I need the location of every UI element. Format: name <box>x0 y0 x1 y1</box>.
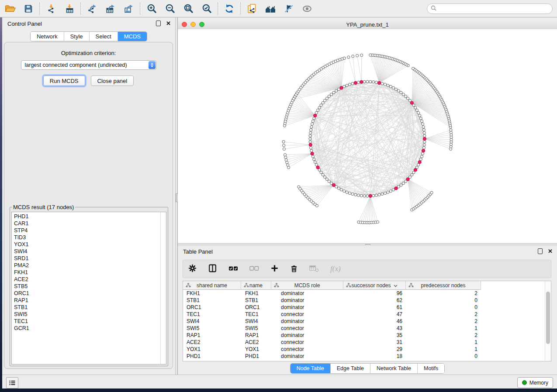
scrollbar-thumb[interactable] <box>546 292 550 344</box>
save-button[interactable] <box>23 3 34 14</box>
table-row[interactable]: FKH1FKH1dominator962 <box>183 290 551 297</box>
table-row[interactable]: ACE2ACE2connector311 <box>183 339 551 346</box>
table-panel-header: Table Panel ✕ <box>178 245 557 258</box>
window-minimize-icon[interactable] <box>190 22 196 27</box>
mcds-result-item[interactable]: PHD1 <box>12 213 161 220</box>
run-mcds-button[interactable]: Run MCDS <box>43 76 85 86</box>
mcds-result-item[interactable]: ACE2 <box>12 276 161 283</box>
select-all-button[interactable] <box>228 265 238 273</box>
column-header-successor-nodes[interactable]: successor nodes <box>343 281 406 290</box>
toolbar-separator <box>240 3 241 15</box>
column-header-predecessor-nodes[interactable]: predecessor nodes <box>406 281 481 290</box>
search-input[interactable] <box>439 5 549 12</box>
search-icon <box>431 5 436 13</box>
import-table-button[interactable] <box>64 3 75 14</box>
mcds-result-item[interactable]: FKH1 <box>12 269 161 276</box>
mcds-result-item[interactable]: STB5 <box>12 283 161 290</box>
tab-motifs[interactable]: Motifs <box>418 364 444 373</box>
tab-select[interactable]: Select <box>90 32 118 41</box>
mcds-result-item[interactable]: TID3 <box>12 234 161 241</box>
table-cell: 96 <box>343 290 406 296</box>
show-columns-button[interactable] <box>208 264 217 274</box>
home-button[interactable] <box>265 3 276 14</box>
import-network-button[interactable] <box>45 3 57 14</box>
export-image-button[interactable] <box>123 3 135 14</box>
table-row[interactable]: RAP1RAP1dominator352 <box>183 332 551 339</box>
show-graphics-button[interactable] <box>301 3 313 14</box>
search-box[interactable] <box>427 3 553 14</box>
delete-row-button[interactable] <box>290 264 298 274</box>
export-table-button[interactable] <box>105 3 116 14</box>
mcds-result-item[interactable]: TEC1 <box>12 318 161 325</box>
home-icon <box>265 4 276 14</box>
table-header-row: shared namenameMCDS rolesuccessor nodesp… <box>183 281 551 290</box>
hide-annotations-button[interactable] <box>283 3 294 14</box>
table-body: FKH1FKH1dominator962STB1STB1dominator620… <box>183 290 551 360</box>
zoom-selected-button[interactable] <box>201 3 212 14</box>
table-cell: 2 <box>406 332 481 338</box>
mcds-result-item[interactable]: GCR1 <box>12 325 161 332</box>
import-network-icon <box>46 4 56 14</box>
settings-icon <box>188 264 197 274</box>
table-cell: TEC1 <box>183 311 241 317</box>
mcds-result-item[interactable]: SWI4 <box>12 248 161 255</box>
table-row[interactable]: SWI5SWI5connector431 <box>183 325 551 332</box>
control-panel: Control Panel ✕ NetworkStyleSelectMCDS O… <box>2 17 175 375</box>
column-header-MCDS-role[interactable]: MCDS role <box>271 281 343 290</box>
mcds-result-item[interactable]: STP4 <box>12 227 161 234</box>
tab-mcds[interactable]: MCDS <box>118 32 147 41</box>
window-close-icon[interactable] <box>182 22 187 27</box>
open-folder-button[interactable] <box>4 3 16 14</box>
close-panel-button[interactable]: Close panel <box>91 76 134 86</box>
mcds-result-item[interactable]: PMA2 <box>12 262 161 269</box>
mcds-result-item[interactable]: SWI5 <box>12 311 161 318</box>
window-maximize-icon[interactable] <box>199 22 204 27</box>
close-panel-icon[interactable]: ✕ <box>548 249 553 254</box>
tab-node-table[interactable]: Node Table <box>291 364 331 373</box>
table-cell: ACE2 <box>241 339 271 345</box>
tab-edge-table[interactable]: Edge Table <box>331 364 370 373</box>
zoom-fit-button[interactable] <box>183 3 194 14</box>
table-row[interactable]: SWI4SWI4dominator462 <box>183 318 551 325</box>
unselect-all-button[interactable] <box>249 265 259 273</box>
add-row-button[interactable] <box>270 264 279 274</box>
table-scrollbar[interactable] <box>545 281 551 361</box>
table-tab-group: Node TableEdge TableNetwork TableMotifs <box>290 363 445 374</box>
settings-button[interactable] <box>188 264 197 274</box>
export-web-button[interactable] <box>246 3 258 14</box>
table-cell: STB1 <box>241 297 271 303</box>
mcds-result-item[interactable]: CAR1 <box>12 220 161 227</box>
float-panel-icon[interactable] <box>538 248 543 254</box>
mcds-list-scrollbar[interactable] <box>160 212 166 364</box>
memory-button[interactable]: Memory <box>517 377 553 388</box>
table-row[interactable]: TEC1TEC1connector472 <box>183 311 551 318</box>
criterion-select[interactable]: largest connected component (undirected) <box>21 60 156 70</box>
table-cell: 1 <box>406 339 481 345</box>
mcds-result-item[interactable]: ORC1 <box>12 290 161 297</box>
tab-style[interactable]: Style <box>64 32 90 41</box>
refresh-button[interactable] <box>224 3 235 14</box>
network-window-title: YPA_prune.txt_1 <box>178 21 557 28</box>
table-row[interactable]: STB1STB1dominator620 <box>183 297 551 304</box>
table-row[interactable]: PHD1PHD1dominator180 <box>183 353 551 360</box>
column-header-shared-name[interactable]: shared name <box>183 281 241 290</box>
close-panel-icon[interactable]: ✕ <box>166 21 171 26</box>
tab-network-table[interactable]: Network Table <box>370 364 418 373</box>
table-row[interactable]: ORC1ORC1dominator610 <box>183 304 551 311</box>
mcds-result-item[interactable]: RAP1 <box>12 297 161 304</box>
task-history-button[interactable] <box>6 377 18 389</box>
export-network-button[interactable] <box>86 3 98 14</box>
zoom-out-button[interactable] <box>164 3 176 14</box>
mcds-result-item[interactable]: YOX1 <box>12 241 161 248</box>
column-header-name[interactable]: name <box>241 281 271 290</box>
main-toolbar <box>0 0 557 17</box>
mcds-result-title: MCDS result (17 nodes) <box>12 204 75 210</box>
mcds-result-item[interactable]: SRD1 <box>12 255 161 262</box>
float-panel-icon[interactable] <box>156 21 161 26</box>
table-panel-title: Table Panel <box>183 248 213 255</box>
tab-network[interactable]: Network <box>31 32 64 41</box>
table-row[interactable]: YOX1YOX1connector291 <box>183 346 551 353</box>
mcds-result-item[interactable]: STB1 <box>12 304 161 311</box>
zoom-in-button[interactable] <box>146 3 157 14</box>
network-canvas[interactable] <box>178 29 557 243</box>
